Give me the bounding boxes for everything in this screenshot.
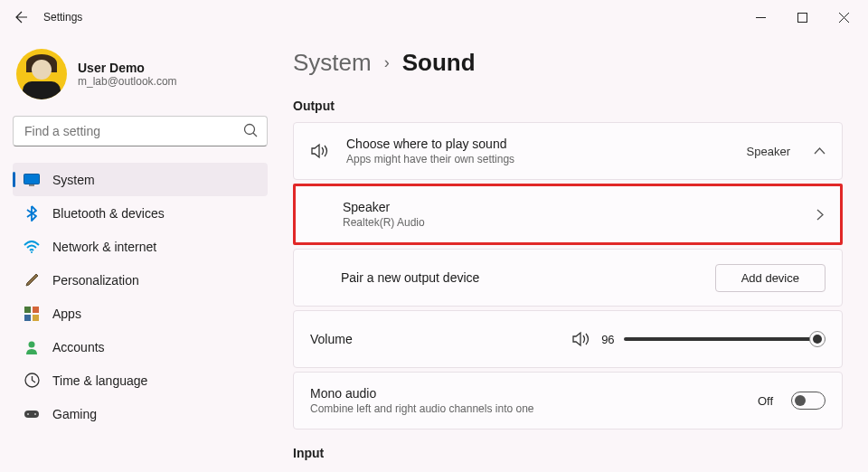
search-container: [13, 116, 268, 146]
network-icon: [24, 239, 40, 255]
main-content: System › Sound Output Choose where to pl…: [280, 34, 868, 472]
highlighted-speaker-row: Speaker Realtek(R) Audio: [293, 184, 843, 245]
row-title: Pair a new output device: [341, 270, 701, 285]
svg-point-4: [31, 251, 33, 253]
svg-point-1: [245, 125, 255, 135]
search-input[interactable]: [13, 116, 268, 146]
nav-label: Time & language: [52, 373, 147, 388]
avatar: [16, 49, 67, 99]
volume-row: Volume 96: [294, 311, 842, 367]
nav-label: Network & internet: [52, 240, 156, 254]
nav-item-network[interactable]: Network & internet: [13, 230, 268, 263]
system-icon: [24, 172, 40, 188]
row-title: Choose where to play sound: [346, 137, 732, 151]
minimize-icon: [756, 13, 766, 23]
choose-output-row[interactable]: Choose where to play sound Apps might ha…: [294, 123, 842, 179]
nav-label: System: [52, 173, 95, 187]
mono-audio-toggle[interactable]: [791, 392, 826, 410]
svg-rect-8: [33, 315, 39, 321]
maximize-button[interactable]: [781, 0, 823, 34]
svg-rect-5: [24, 307, 31, 313]
nav-label: Accounts: [52, 340, 105, 354]
breadcrumb-current: Sound: [402, 49, 476, 77]
time-icon: [24, 373, 40, 389]
volume-slider[interactable]: [624, 330, 826, 348]
volume-value: 96: [601, 333, 614, 346]
output-device-value: Speaker: [747, 145, 790, 158]
input-section-header: Input: [293, 446, 843, 460]
gaming-icon: [24, 406, 40, 422]
nav-item-system[interactable]: System: [13, 163, 268, 196]
window-title: Settings: [43, 11, 82, 24]
nav-item-accounts[interactable]: Accounts: [13, 330, 268, 363]
breadcrumb: System › Sound: [293, 49, 843, 77]
mono-audio-row: Mono audio Combine left and right audio …: [294, 373, 842, 429]
pair-device-row: Pair a new output device Add device: [294, 250, 842, 306]
svg-rect-0: [797, 13, 807, 22]
row-title: Mono audio: [310, 386, 743, 401]
nav-item-apps[interactable]: Apps: [13, 297, 268, 330]
user-block[interactable]: User Demo m_lab@outlook.com: [13, 45, 268, 116]
slider-thumb[interactable]: [809, 331, 826, 347]
user-name: User Demo: [78, 61, 177, 75]
volume-icon[interactable]: [572, 331, 592, 347]
row-title: Volume: [310, 332, 353, 346]
row-title: Speaker: [343, 200, 793, 214]
row-subtitle: Realtek(R) Audio: [343, 216, 793, 229]
row-subtitle: Combine left and right audio channels in…: [310, 402, 743, 415]
arrow-left-icon: [14, 10, 29, 24]
svg-rect-6: [33, 307, 39, 313]
close-icon: [839, 13, 849, 23]
nav-label: Gaming: [52, 407, 97, 421]
sidebar: User Demo m_lab@outlook.com System Bluet…: [0, 34, 280, 472]
chevron-right-icon: ›: [384, 53, 390, 72]
minimize-button[interactable]: [740, 0, 781, 34]
svg-rect-11: [24, 411, 39, 418]
nav-item-time[interactable]: Time & language: [13, 363, 268, 397]
search-icon: [243, 123, 259, 138]
nav-label: Apps: [52, 307, 81, 321]
svg-rect-2: [24, 174, 40, 184]
apps-icon: [24, 306, 40, 322]
accounts-icon: [24, 339, 40, 355]
chevron-right-icon: [816, 209, 824, 221]
output-section-header: Output: [293, 99, 843, 113]
nav-label: Personalization: [52, 273, 139, 288]
svg-rect-7: [24, 315, 31, 321]
speaker-device-row[interactable]: Speaker Realtek(R) Audio: [296, 186, 840, 242]
nav: System Bluetooth & devices Network & int…: [13, 163, 268, 472]
chevron-up-icon: [814, 147, 826, 155]
speaker-icon: [310, 143, 332, 159]
svg-rect-3: [29, 184, 34, 186]
nav-item-bluetooth[interactable]: Bluetooth & devices: [13, 196, 268, 230]
nav-label: Bluetooth & devices: [52, 206, 165, 221]
toggle-state-label: Off: [758, 394, 773, 408]
nav-item-personalization[interactable]: Personalization: [13, 263, 268, 297]
back-button[interactable]: [4, 0, 40, 34]
svg-point-13: [34, 413, 36, 415]
svg-point-9: [29, 341, 35, 347]
user-email: m_lab@outlook.com: [78, 75, 177, 88]
personalization-icon: [24, 272, 40, 288]
nav-item-gaming[interactable]: Gaming: [13, 397, 268, 430]
row-subtitle: Apps might have their own settings: [346, 153, 732, 165]
breadcrumb-parent[interactable]: System: [293, 49, 372, 77]
maximize-icon: [797, 13, 807, 23]
add-device-button[interactable]: Add device: [715, 264, 826, 292]
svg-point-12: [27, 413, 29, 415]
bluetooth-icon: [24, 205, 40, 222]
close-button[interactable]: [823, 0, 864, 34]
